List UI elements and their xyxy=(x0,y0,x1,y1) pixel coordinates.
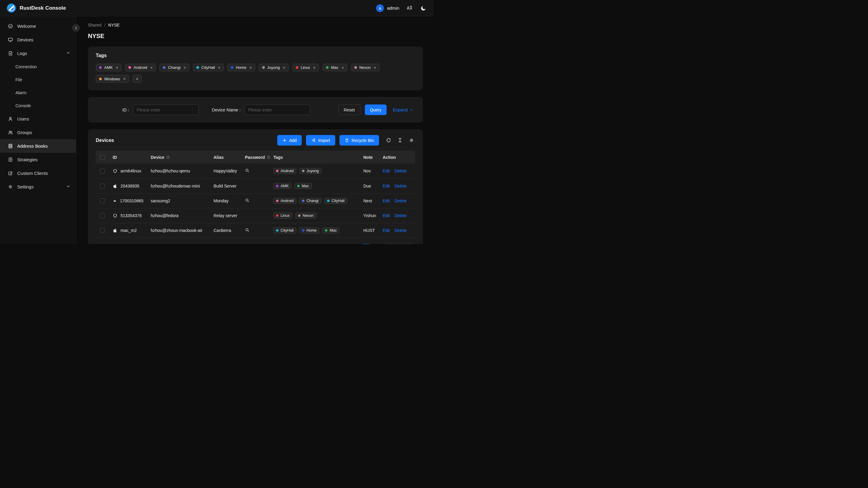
sidebar-item-welcome[interactable]: Welcome xyxy=(0,19,76,33)
edit-link[interactable]: Edit xyxy=(383,169,390,173)
delete-link[interactable]: Delete xyxy=(395,228,406,233)
edit-link[interactable]: Edit xyxy=(383,184,390,188)
remove-tag-icon[interactable]: × xyxy=(218,65,220,70)
page-size-select[interactable]: 20 / page xyxy=(385,244,414,244)
sidebar-item-logs[interactable]: Logs xyxy=(0,47,76,60)
device-name-filter-input[interactable] xyxy=(244,104,310,115)
plus-icon: + xyxy=(136,77,138,81)
device-id: 20438935 xyxy=(121,184,139,188)
remove-tag-icon[interactable]: × xyxy=(342,65,344,70)
tag-color-dot xyxy=(99,78,102,80)
id-filter-label: ID : xyxy=(122,108,129,112)
device-name-filter-label: Device Name : xyxy=(212,108,241,112)
edit-link[interactable]: Edit xyxy=(383,213,390,218)
sidebar-item-users[interactable]: Users xyxy=(0,112,76,126)
tag-chip[interactable]: Home × xyxy=(227,64,255,71)
tag-chip[interactable]: Mac × xyxy=(322,64,347,71)
tag-chip[interactable]: Android × xyxy=(125,64,156,71)
sidebar-item-address-books[interactable]: Address Books xyxy=(0,139,76,153)
info-icon[interactable] xyxy=(267,155,271,159)
refresh-icon[interactable] xyxy=(385,137,392,144)
tag-label: Home xyxy=(307,228,316,233)
edit-link[interactable]: Edit xyxy=(383,228,390,233)
rustdesk-console-app: RustDesk Console a admin Welcome Devices xyxy=(0,0,434,244)
sidebar-subitem-console[interactable]: Console xyxy=(0,99,76,112)
sidebar-item-custom-clients[interactable]: Custom Clients xyxy=(0,166,76,180)
linux-os-icon xyxy=(113,213,118,218)
sidebar-item-strategies[interactable]: Strategies xyxy=(0,153,76,166)
tag-chip[interactable]: Juyong × xyxy=(259,64,289,71)
devices-toolbar: Add Import Recycle Bin xyxy=(277,135,415,146)
tag-label: Home xyxy=(236,65,246,70)
view-password-icon[interactable] xyxy=(245,198,249,203)
delete-link[interactable]: Delete xyxy=(395,213,406,218)
info-icon[interactable] xyxy=(166,155,170,159)
remove-tag-icon[interactable]: × xyxy=(184,65,186,70)
remove-tag-icon[interactable]: × xyxy=(116,65,118,70)
remove-tag-icon[interactable]: × xyxy=(374,65,376,70)
user-menu[interactable]: a admin xyxy=(376,4,399,12)
sidebar-subitem-label: Connection xyxy=(16,64,37,69)
sidebar-item-settings[interactable]: Settings xyxy=(0,180,76,193)
tag-color-dot xyxy=(99,66,102,69)
row-checkbox[interactable] xyxy=(100,169,105,174)
tag-color-dot xyxy=(276,170,278,172)
username: admin xyxy=(387,5,399,10)
row-checkbox[interactable] xyxy=(100,199,105,203)
sidebar-subitem-connection[interactable]: Connection xyxy=(0,60,76,73)
query-button[interactable]: Query xyxy=(365,104,386,115)
tag-chip[interactable]: AMK × xyxy=(96,64,121,71)
delete-link[interactable]: Delete xyxy=(395,169,406,173)
remove-tag-icon[interactable]: × xyxy=(249,65,252,70)
tag-chip-list: AMK × Android × Changi × CityHall × xyxy=(96,64,415,83)
page-number-button[interactable]: 1 xyxy=(362,244,370,244)
remove-tag-icon[interactable]: × xyxy=(123,77,126,81)
table-row: mac_m2 hzhou@zhous-macbook-air Canberra … xyxy=(96,223,415,238)
tag-chip[interactable]: Linux × xyxy=(292,64,319,71)
row-checkbox[interactable] xyxy=(100,184,105,188)
sidebar-item-groups[interactable]: Groups xyxy=(0,126,76,139)
expand-button[interactable]: Expand xyxy=(391,107,415,113)
sidebar-item-label: Devices xyxy=(17,37,33,42)
import-button[interactable]: Import xyxy=(306,135,335,146)
remove-tag-icon[interactable]: × xyxy=(283,65,285,70)
row-height-icon[interactable] xyxy=(397,137,403,144)
view-password-icon[interactable] xyxy=(245,228,249,232)
remove-tag-icon[interactable]: × xyxy=(150,65,153,70)
chevron-down-icon xyxy=(409,108,413,112)
devices-header: Devices Add Import Recycle Bin xyxy=(96,135,415,146)
breadcrumb-parent[interactable]: Shared xyxy=(88,23,101,28)
sidebar-item-label: Welcome xyxy=(17,24,36,29)
view-password-icon[interactable] xyxy=(245,168,249,173)
delete-link[interactable]: Delete xyxy=(395,199,406,203)
id-filter-input[interactable] xyxy=(133,104,199,115)
row-checkbox[interactable] xyxy=(100,228,105,233)
select-all-checkbox[interactable] xyxy=(100,155,105,160)
devices-table: ID Device Alias Password xyxy=(96,151,415,238)
tag-color-dot xyxy=(231,66,234,69)
edit-link[interactable]: Edit xyxy=(383,199,390,203)
add-button[interactable]: Add xyxy=(277,135,302,146)
sidebar-collapse-button[interactable] xyxy=(72,24,80,32)
delete-link[interactable]: Delete xyxy=(395,184,406,188)
table-settings-gear-icon[interactable] xyxy=(408,137,415,144)
column-header-password: Password xyxy=(241,151,270,164)
dark-mode-toggle-icon[interactable] xyxy=(420,4,427,12)
sidebar-subitem-alarm[interactable]: Alarm xyxy=(0,86,76,99)
remove-tag-icon[interactable]: × xyxy=(313,65,316,70)
device-alias: Relay server xyxy=(210,208,241,223)
row-checkbox[interactable] xyxy=(100,213,105,218)
sidebar-item-devices[interactable]: Devices xyxy=(0,33,76,47)
tag-chip[interactable]: Neson × xyxy=(351,64,380,71)
tag-chip[interactable]: Windows × xyxy=(96,75,129,83)
tag-chip[interactable]: Changi × xyxy=(159,64,189,71)
add-tag-button[interactable]: + xyxy=(132,75,142,83)
language-icon[interactable] xyxy=(405,4,413,12)
tag-color-dot xyxy=(302,200,304,202)
reset-button[interactable]: Reset xyxy=(338,104,360,115)
sidebar-subitem-file[interactable]: File xyxy=(0,73,76,86)
sidebar: Welcome Devices Logs Connection File Ala… xyxy=(0,16,76,244)
recycle-bin-button[interactable]: Recycle Bin xyxy=(339,135,379,146)
tag-color-dot xyxy=(276,200,278,202)
tag-chip[interactable]: CityHall × xyxy=(193,64,224,71)
